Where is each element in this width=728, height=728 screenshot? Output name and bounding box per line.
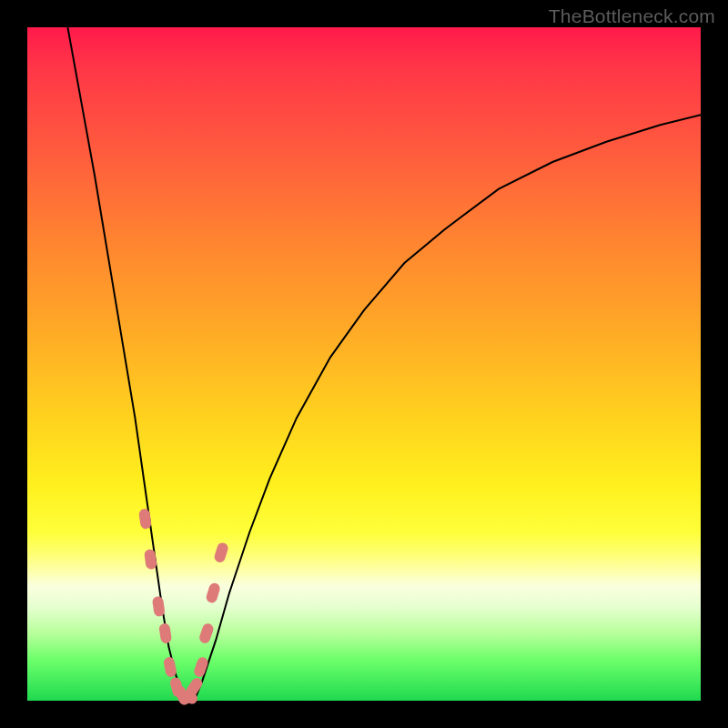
plot-area [27, 27, 701, 701]
curve-marker [163, 656, 177, 678]
curve-marker [197, 622, 215, 645]
curve-marker [213, 541, 229, 564]
curve-marker [144, 549, 157, 570]
curve-marker [138, 508, 152, 529]
curve-marker [205, 581, 221, 604]
chart-frame: TheBottleneck.com [0, 0, 728, 728]
curve-svg [27, 27, 701, 701]
curve-marker [152, 596, 166, 617]
curve-marker [158, 622, 172, 644]
watermark-text: TheBottleneck.com [549, 5, 715, 27]
